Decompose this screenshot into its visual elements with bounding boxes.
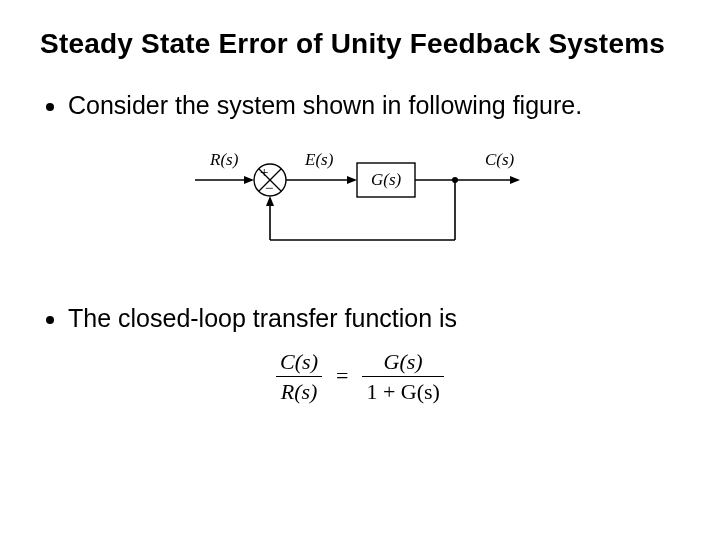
equation-lhs: C(s) R(s): [276, 349, 322, 405]
equation-wrap: C(s) R(s) = G(s) 1 + G(s): [40, 349, 680, 405]
body-list: Consider the system shown in following f…: [40, 90, 680, 121]
lhs-bar: [276, 376, 322, 377]
body-list-2: The closed-loop transfer function is: [40, 303, 680, 334]
sum-minus-sign: −: [265, 180, 273, 196]
label-block: G(s): [371, 170, 402, 189]
equation-equals: =: [336, 363, 348, 389]
bullet-2: The closed-loop transfer function is: [68, 303, 680, 334]
rhs-numerator: G(s): [380, 349, 427, 374]
block-diagram-wrap: R(s) + − E(s) G(s) C(s): [40, 135, 680, 275]
label-output: C(s): [485, 150, 515, 169]
sum-plus-sign: +: [260, 164, 268, 180]
label-error: E(s): [304, 150, 334, 169]
bullet-1: Consider the system shown in following f…: [68, 90, 680, 121]
lhs-numerator: C(s): [276, 349, 322, 374]
rhs-denominator: 1 + G(s): [362, 379, 444, 404]
rhs-bar: [362, 376, 444, 377]
slide-title: Steady State Error of Unity Feedback Sys…: [40, 28, 680, 60]
closed-loop-equation: C(s) R(s) = G(s) 1 + G(s): [276, 349, 444, 405]
label-input: R(s): [209, 150, 239, 169]
equation-rhs: G(s) 1 + G(s): [362, 349, 444, 405]
lhs-denominator: R(s): [277, 379, 322, 404]
slide: Steady State Error of Unity Feedback Sys…: [0, 0, 720, 424]
block-diagram: R(s) + − E(s) G(s) C(s): [180, 135, 540, 275]
